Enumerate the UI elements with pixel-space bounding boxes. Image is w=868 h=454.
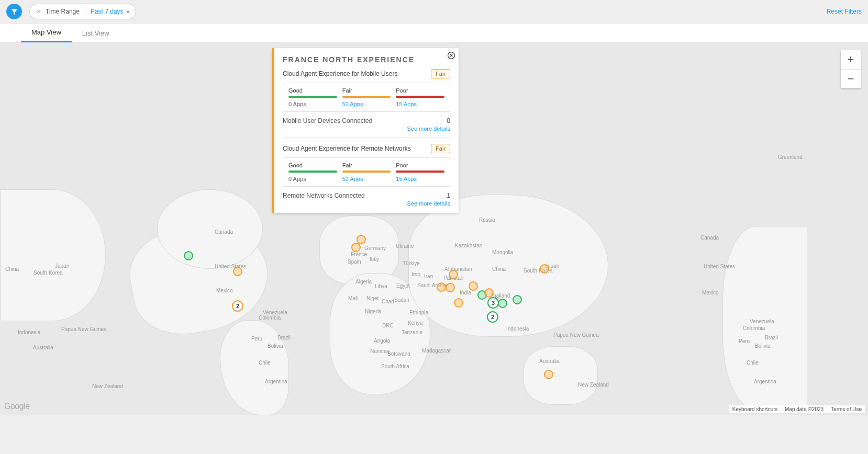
country-label: Papua New Guinea [553,332,599,338]
tab-map-view[interactable]: Map View [21,24,72,42]
metric-value-fair[interactable]: 52 Apps [342,101,391,107]
map-marker[interactable] [351,243,361,252]
close-icon[interactable]: ✕ [36,8,41,15]
country-label: Ukraine [396,243,414,249]
country-label: Canada [700,235,719,241]
metric-bar-poor [396,96,444,98]
country-label: Indonesia [18,330,40,335]
zoom-control: + − [841,50,861,88]
map-marker[interactable] [513,295,522,304]
see-more-details-link[interactable]: See more details [283,200,450,207]
metric-bar-fair [342,171,391,173]
map-area[interactable]: CanadaUnited StatesMexicoVenezuelaColomb… [0,43,868,415]
reset-filters-link[interactable]: Reset Filters [827,8,862,15]
map-marker[interactable] [449,270,458,279]
country-label: Ethiopia [409,310,428,315]
country-label: Namibia [370,348,390,354]
country-label: Bolivia [755,343,770,349]
kv-value: 1 [447,192,450,199]
kv-row: Mobile User Devices Connected 0 [283,117,450,124]
time-range-label: Time Range [46,8,80,15]
map-marker[interactable] [498,299,507,308]
country-label: New Zealand [92,383,123,389]
time-range-pill[interactable]: ✕ Time Range Past 7 days ▾ [29,4,136,19]
map-footer: Keyboard shortcuts Map data ©2023 Terms … [729,405,865,413]
tab-list-view[interactable]: List View [72,24,120,42]
country-label: Chile [747,360,759,366]
map-marker[interactable] [446,283,455,292]
map-marker[interactable] [437,282,446,292]
country-label: Mongolia [492,249,514,255]
view-tabs: Map View List View [0,24,868,43]
pill-divider [85,6,85,17]
map-marker[interactable] [540,264,549,274]
map-marker[interactable] [454,298,463,308]
zoom-out-button[interactable]: − [841,70,861,88]
see-more-details-link[interactable]: See more details [283,126,450,132]
country-label: Mexico [702,290,719,296]
filter-icon-button[interactable] [6,4,22,19]
google-logo: Google [4,402,30,411]
country-label: Mali [348,296,358,301]
popup-close-icon[interactable] [447,51,457,61]
map-marker[interactable] [357,235,366,244]
country-label: Australia [33,345,53,350]
kv-value: 0 [447,117,450,124]
map-marker[interactable] [469,281,478,291]
map-marker[interactable] [484,288,494,298]
metric-bar-good [288,171,337,173]
country-label: Argentina [265,379,287,384]
section-subtitle: Cloud Agent Experience for Remote Networ… [283,145,411,152]
country-label: Afghanistan [444,266,472,272]
map-marker[interactable]: 2 [487,311,498,323]
map-marker[interactable] [544,370,553,379]
chevron-down-icon: ▾ [127,9,129,15]
country-label: Canada [215,229,233,235]
metrics-box: Good 0 Apps Fair 52 Apps Poor 15 Apps [283,157,450,187]
country-label: Libya [375,283,387,289]
time-range-value: Past 7 days [91,8,124,15]
country-label: China [5,266,19,272]
keyboard-shortcuts-link[interactable]: Keyboard shortcuts [732,406,777,412]
map-marker[interactable]: 3 [487,297,499,309]
country-label: Kenya [408,320,422,326]
country-label: Mexico [216,288,233,293]
status-badge: Fair [431,144,450,153]
country-label: United States [704,264,735,269]
country-label: Peru [251,336,262,342]
metric-label-fair: Fair [342,87,391,94]
country-label: Sudan [394,297,409,303]
country-label: Germany [364,245,386,251]
country-label: Papua New Guinea [61,326,107,332]
metric-value-poor[interactable]: 15 Apps [396,176,444,182]
country-label: DRC [382,323,394,328]
metric-label-poor: Poor [396,87,444,94]
map-marker[interactable] [184,251,193,260]
popup-divider [283,137,450,138]
map-marker[interactable] [233,267,242,276]
metric-label-good: Good [288,162,337,168]
country-label: Nigeria [365,309,382,314]
country-label: Angola [374,338,390,344]
zoom-in-button[interactable]: + [841,50,861,69]
metric-label-poor: Poor [396,162,444,168]
location-popup: FRANCE NORTH EXPERIENCE Cloud Agent Expe… [272,48,459,213]
country-label: Argentina [754,379,776,384]
top-filter-bar: ✕ Time Range Past 7 days ▾ Reset Filters [0,0,868,24]
country-label: Algeria [355,279,372,285]
metric-value-fair[interactable]: 52 Apps [342,176,391,182]
country-label: Australia [539,358,560,364]
map-data-text: Map data ©2023 [785,406,824,412]
country-label: South Africa [381,364,409,369]
country-label: India [460,290,471,296]
country-label: Niger [366,296,379,301]
country-label: Tanzania [402,330,422,335]
country-label: South Korea [34,270,63,276]
country-label: Türkiye [403,260,420,266]
map-marker[interactable]: 2 [232,300,243,312]
country-label: Japan [55,263,69,269]
metric-bar-fair [342,96,391,98]
terms-of-use-link[interactable]: Terms of Use [831,406,862,412]
metric-value-poor[interactable]: 15 Apps [396,101,444,107]
country-label: France [351,252,367,257]
